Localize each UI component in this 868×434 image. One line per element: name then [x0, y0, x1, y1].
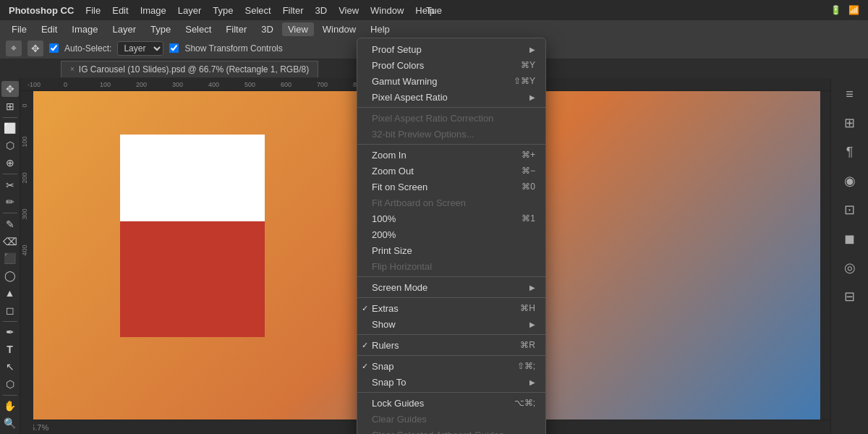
mac-topbar: Photoshop CC File Edit Image Layer Type … [0, 0, 868, 20]
zoom-out-shortcut: ⌘− [522, 166, 535, 176]
lock-guides-label: Lock Guides [372, 398, 424, 409]
gamut-warning-shortcut: ⇧⌘Y [514, 76, 535, 86]
clear-guides-item: Clear Guides [357, 411, 545, 427]
menu-window[interactable]: Window [370, 5, 404, 16]
proof-setup-item[interactable]: Proof Setup [357, 41, 545, 57]
flip-h-wrapper: Flip Horizontal [357, 258, 545, 274]
extras-wrapper: ✓ Extras ⌘H [357, 300, 545, 316]
snap-label: Snap [372, 361, 393, 372]
par-correction-label: Pixel Aspect Ratio Correction [372, 113, 493, 124]
snap-to-label: Snap To [372, 377, 406, 388]
flip-h-item: Flip Horizontal [357, 258, 545, 274]
rulers-item[interactable]: ✓ Rulers ⌘R [357, 337, 545, 353]
rulers-label: Rulers [372, 340, 399, 351]
extras-label: Extras [372, 303, 399, 314]
snap-check: ✓ [362, 362, 368, 371]
proof-setup-wrapper: Proof Setup [357, 41, 545, 57]
menu-type[interactable]: Type [213, 5, 233, 16]
gamut-warning-wrapper: Gamut Warning ⇧⌘Y [357, 73, 545, 89]
clear-artboard-guides-wrapper: Clear Selected Artboard Guides [357, 427, 545, 434]
extras-item[interactable]: ✓ Extras ⌘H [357, 300, 545, 316]
par-correction-item: Pixel Aspect Ratio Correction [357, 110, 545, 126]
gamut-warning-item[interactable]: Gamut Warning ⇧⌘Y [357, 73, 545, 89]
menu-select[interactable]: Select [244, 5, 271, 16]
fit-screen-wrapper: Fit on Screen ⌘0 [357, 179, 545, 195]
zoom-in-label: Zoom In [372, 150, 407, 161]
32bit-wrapper: 32-bit Preview Options... [357, 126, 545, 142]
100pct-label: 100% [372, 213, 396, 224]
screen-mode-item[interactable]: Screen Mode [357, 279, 545, 295]
sep6 [357, 355, 545, 356]
mac-topbar-center: Tue [426, 5, 442, 16]
rulers-shortcut: ⌘R [520, 340, 535, 350]
flip-h-label: Flip Horizontal [372, 261, 432, 272]
proof-colors-shortcut: ⌘Y [521, 60, 535, 70]
mac-topbar-left: Photoshop CC File Edit Image Layer Type … [9, 5, 435, 16]
100pct-wrapper: 100% ⌘1 [357, 210, 545, 226]
sep5 [357, 334, 545, 335]
sep2 [357, 144, 545, 145]
dropdown-overlay: Proof Setup Proof Colors ⌘Y Gamut Warnin… [0, 20, 868, 434]
32bit-item: 32-bit Preview Options... [357, 126, 545, 142]
clear-artboard-guides-label: Clear Selected Artboard Guides [372, 430, 504, 435]
clear-artboard-guides-item: Clear Selected Artboard Guides [357, 427, 545, 434]
menu-edit[interactable]: Edit [112, 5, 128, 16]
zoom-in-item[interactable]: Zoom In ⌘+ [357, 147, 545, 163]
proof-setup-arrow [529, 44, 535, 54]
show-label: Show [372, 319, 396, 330]
fit-artboard-label: Fit Artboard on Screen [372, 197, 466, 208]
rulers-wrapper: ✓ Rulers ⌘R [357, 337, 545, 353]
menu-image[interactable]: Image [140, 5, 166, 16]
rulers-check: ✓ [362, 341, 368, 350]
clear-guides-wrapper: Clear Guides [357, 411, 545, 427]
sep4 [357, 297, 545, 298]
menu-layer[interactable]: Layer [178, 5, 202, 16]
fit-screen-label: Fit on Screen [372, 182, 427, 192]
snap-wrapper: ✓ Snap ⇧⌘; [357, 358, 545, 374]
fit-artboard-wrapper: Fit Artboard on Screen [357, 195, 545, 210]
zoom-in-wrapper: Zoom In ⌘+ [357, 147, 545, 163]
show-item[interactable]: Show [357, 316, 545, 332]
mac-topbar-right: 🔋 📶 [830, 5, 859, 15]
menu-view[interactable]: View [339, 5, 359, 16]
proof-colors-wrapper: Proof Colors ⌘Y [357, 57, 545, 73]
snap-to-wrapper: Snap To [357, 374, 545, 390]
pixel-aspect-ratio-wrapper: Pixel Aspect Ratio [357, 89, 545, 105]
zoom-out-wrapper: Zoom Out ⌘− [357, 163, 545, 179]
200pct-label: 200% [372, 229, 396, 240]
zoom-out-item[interactable]: Zoom Out ⌘− [357, 163, 545, 179]
menu-filter[interactable]: Filter [283, 5, 304, 16]
fit-screen-item[interactable]: Fit on Screen ⌘0 [357, 179, 545, 195]
print-size-label: Print Size [372, 245, 412, 256]
200pct-item[interactable]: 200% [357, 226, 545, 242]
snap-to-arrow [529, 377, 535, 387]
menu-file[interactable]: File [85, 5, 101, 16]
pixel-aspect-ratio-item[interactable]: Pixel Aspect Ratio [357, 89, 545, 105]
snap-shortcut: ⇧⌘; [517, 361, 535, 371]
200pct-wrapper: 200% [357, 226, 545, 242]
100pct-shortcut: ⌘1 [522, 213, 535, 224]
print-size-item[interactable]: Print Size [357, 242, 545, 258]
proof-colors-item[interactable]: Proof Colors ⌘Y [357, 57, 545, 73]
proof-colors-label: Proof Colors [372, 60, 424, 71]
snap-item[interactable]: ✓ Snap ⇧⌘; [357, 358, 545, 374]
32bit-label: 32-bit Preview Options... [372, 129, 475, 140]
screen-mode-arrow [529, 282, 535, 292]
gamut-warning-label: Gamut Warning [372, 76, 438, 87]
sep1 [357, 107, 545, 108]
lock-guides-item[interactable]: Lock Guides ⌥⌘; [357, 395, 545, 411]
menu-3d[interactable]: 3D [315, 5, 328, 16]
sep7 [357, 392, 545, 393]
snap-to-item[interactable]: Snap To [357, 374, 545, 390]
screen-mode-label: Screen Mode [372, 282, 427, 293]
extras-shortcut: ⌘H [520, 303, 535, 313]
lock-guides-wrapper: Lock Guides ⌥⌘; [357, 395, 545, 411]
show-arrow [529, 319, 535, 329]
sep3 [357, 276, 545, 277]
clear-guides-label: Clear Guides [372, 414, 427, 425]
fit-artboard-item: Fit Artboard on Screen [357, 195, 545, 210]
app-name[interactable]: Photoshop CC [9, 5, 74, 16]
100pct-item[interactable]: 100% ⌘1 [357, 210, 545, 226]
extras-check: ✓ [362, 304, 368, 313]
show-wrapper: Show [357, 316, 545, 332]
